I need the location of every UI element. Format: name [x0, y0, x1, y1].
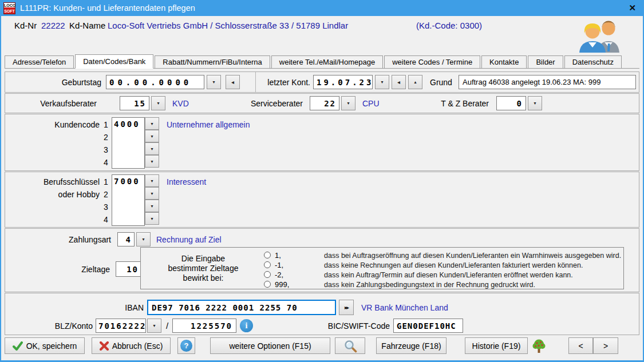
kontakt-dropdown-icon[interactable]: ▾ [375, 75, 389, 89]
tab-kontakte[interactable]: Kontakte [481, 55, 527, 68]
grund-label: Grund [430, 78, 452, 87]
kundencode-input-3[interactable] [112, 143, 144, 156]
kontakt-up-icon[interactable]: ▴ [408, 75, 422, 89]
kundencode-dropdown-icon-2[interactable]: ▾ [145, 130, 159, 142]
kundencode-dropdown-icon-4[interactable]: ▾ [145, 155, 159, 168]
group-berater: Verkaufsberater 15 ▾ KVD Serviceberater … [5, 93, 639, 113]
kundencode-dropdown-icon-1[interactable]: ▾ [145, 117, 159, 130]
tab-rabatt-nummern-fibu-interna[interactable]: Rabatt/Nummern/FiBu/Interna [155, 55, 270, 68]
verkaufsberater-dropdown-icon[interactable]: ▾ [151, 96, 165, 110]
beruf-input-2[interactable] [112, 188, 144, 200]
tab-datenschutz[interactable]: Datenschutz [564, 55, 622, 68]
serviceberater-label: Serviceberater [223, 99, 303, 108]
tab-bilder[interactable]: Bilder [528, 55, 563, 68]
geburtstag-dropdown-icon[interactable]: ▾ [207, 75, 221, 89]
blz-input[interactable]: 70162222 [96, 319, 146, 333]
iban-expand-icon[interactable]: ▸▸ [339, 300, 354, 315]
tz-berater-input[interactable]: 0 [496, 96, 526, 110]
kundencode-input-2[interactable] [112, 130, 144, 143]
zieltage-info-box: Die Eingabe bestimmter Zieltage bewirkt … [140, 247, 624, 289]
prev-arrow-label: < [578, 341, 583, 351]
berufsschluessel-label: Berufsschlüssel [17, 177, 100, 186]
kundencode-input-column: 4000 [112, 117, 145, 169]
beruf-dropdown-icon-2[interactable]: ▾ [145, 187, 159, 200]
letzter-kontakt-input[interactable]: 19.07.23 [313, 75, 373, 89]
historie-button[interactable]: Historie (F19) [465, 337, 528, 354]
close-icon[interactable]: ✕ [626, 3, 638, 13]
letzter-kontakt-label: letzter Kont. [248, 78, 310, 87]
zieltage-input[interactable]: 10 [116, 261, 143, 277]
tz-berater-dropdown-icon[interactable]: ▾ [528, 96, 542, 110]
tree-icon[interactable] [531, 339, 547, 354]
tab-adresse-telefon[interactable]: Adresse/Telefon [5, 55, 74, 68]
beruf-dropdown-icon-3[interactable]: ▾ [145, 200, 159, 212]
radio-desc-999: dass kein Zahlungsbedingungstext in der … [324, 281, 535, 289]
tz-berater-label: T & Z Berater [417, 99, 489, 108]
verkaufsberater-label: Verkaufsberater [17, 99, 97, 108]
radio-desc-minus1: dass keine Rechnungen auf diesen Kunden/… [324, 261, 583, 269]
zahlungsart-input[interactable]: 4 [117, 232, 135, 246]
app-window: LOCO SOFT L111PR: Kunden- und Lieferante… [0, 0, 644, 362]
beruf-input-3[interactable] [112, 200, 144, 213]
tab-weitere-codes-termine[interactable]: weitere Codes / Termine [384, 55, 480, 68]
radio-option-minus1[interactable] [264, 261, 271, 268]
verkaufsberater-input[interactable]: 15 [120, 96, 149, 110]
help-button[interactable]: ? [177, 337, 195, 354]
weitere-optionen-button[interactable]: weitere Optionen (F15) [210, 337, 330, 354]
geburtstag-back-icon[interactable]: ◂ [226, 75, 240, 89]
blz-konto-label: BLZ/Konto [39, 321, 93, 331]
logo-text-bottom: SOFT [4, 9, 15, 14]
check-icon [13, 341, 23, 351]
radio-option-1[interactable] [264, 252, 271, 258]
iban-input[interactable]: DE97 7016 2222 0001 2255 70 [147, 300, 336, 315]
prev-record-button[interactable]: < [568, 337, 593, 354]
ok-speichern-label: OK, speichern [26, 341, 77, 351]
serviceberater-input[interactable]: 22 [310, 96, 339, 110]
kundencode-dropdown-icon-3[interactable]: ▾ [145, 142, 159, 155]
ok-speichern-button[interactable]: OK, speichern [5, 337, 85, 354]
fahrzeuge-label: Fahrzeuge (F18) [381, 341, 441, 351]
grund-input[interactable]: Auftrag 46038 angelegt 19.06.23 MA: 999 [459, 75, 636, 89]
abbruch-label: Abbruch (Esc) [112, 341, 163, 351]
kdnr-value: 22222 [41, 21, 65, 30]
radio-option-minus2[interactable] [264, 271, 271, 278]
zieltage-label: Zieltage [37, 265, 110, 274]
radio-value-minus1: -1, [275, 261, 283, 269]
group-zahlung: Zahlungsart 4 ▾ Rechnung auf Ziel Zielta… [5, 228, 639, 292]
serviceberater-dropdown-icon[interactable]: ▾ [341, 96, 355, 110]
blz-konto-slash: / [166, 321, 168, 331]
konto-input[interactable]: 1225570 [172, 319, 236, 333]
zahlungsart-dropdown-icon[interactable]: ▾ [136, 232, 151, 246]
help-icon: ? [180, 340, 192, 352]
geburtstag-input[interactable]: 00.00.0000 [106, 75, 204, 89]
beruf-input-4[interactable] [112, 213, 144, 225]
bic-input[interactable]: GEN0DEF10HC [393, 319, 463, 333]
kundencode-input-1[interactable]: 4000 [112, 118, 144, 130]
beruf-dropdown-icon-1[interactable]: ▾ [145, 174, 159, 187]
blz-dropdown-icon[interactable]: ▾ [147, 319, 161, 333]
beruf-dropdown-icon-4[interactable]: ▾ [145, 212, 159, 225]
kundencode-row-num: 3 [104, 145, 108, 154]
fahrzeuge-button[interactable]: Fahrzeuge (F18) [376, 337, 447, 354]
radio-value-999: 999, [275, 280, 289, 289]
tab-daten-codes-bank[interactable]: Daten/Codes/Bank [75, 54, 153, 69]
oder-hobby-label: oder Hobby [17, 190, 100, 199]
kundencode-input-4[interactable] [112, 156, 144, 168]
konto-info-icon[interactable]: i [240, 319, 253, 332]
zieltage-caption: Die Eingabe bestimmter Zieltage bewirkt … [147, 254, 260, 283]
iban-label: IBAN [97, 303, 144, 312]
kontakt-back-icon[interactable]: ◂ [392, 75, 406, 89]
beruf-input-column: 7000 [112, 174, 145, 226]
abbruch-button[interactable]: Abbruch (Esc) [92, 337, 171, 354]
window-title: L111PR: Kunden- und Lieferantendaten pfl… [20, 3, 626, 13]
kundencode-row-num: 1 [104, 120, 108, 129]
next-record-button[interactable]: > [593, 337, 618, 354]
weitere-optionen-label: weitere Optionen (F15) [229, 341, 311, 351]
radio-option-999[interactable] [264, 281, 271, 288]
bank-name: VR Bank München Land [361, 303, 448, 312]
beruf-desc-1: Interessent [167, 177, 206, 186]
beruf-input-1[interactable]: 7000 [112, 175, 144, 188]
search-button[interactable] [335, 337, 365, 354]
search-icon [343, 339, 357, 353]
tab-weitere-tel-email-homepage[interactable]: weitere Tel./eMail/Homepage [271, 55, 383, 68]
